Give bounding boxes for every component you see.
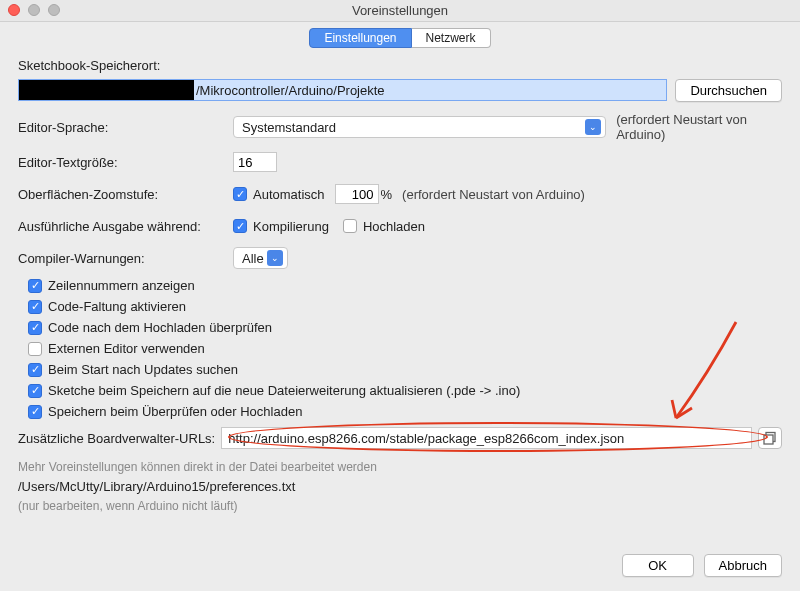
zoom-auto-checkbox[interactable]: ✓ Automatisch xyxy=(233,187,325,202)
tab-bar: Einstellungen Netzwerk xyxy=(0,22,800,52)
sketchbook-path-input[interactable]: /Mikrocontroller/Arduino/Projekte xyxy=(18,79,667,101)
warnings-value: Alle xyxy=(242,251,264,266)
maximize-icon[interactable] xyxy=(48,4,60,16)
redacted-path-segment xyxy=(19,80,194,100)
window-stack-icon xyxy=(763,431,777,445)
checkmark-icon: ✓ xyxy=(28,405,42,419)
tab-network[interactable]: Netzwerk xyxy=(412,28,491,48)
language-select[interactable]: Systemstandard ⌄ xyxy=(233,116,606,138)
checkmark-icon: ✓ xyxy=(28,300,42,314)
zoom-label: Oberflächen-Zoomstufe: xyxy=(18,187,233,202)
cancel-button[interactable]: Abbruch xyxy=(704,554,782,577)
checkbox-external-editor[interactable]: Externen Editor verwenden xyxy=(28,341,782,356)
checkbox-line-numbers[interactable]: ✓ Zeilennummern anzeigen xyxy=(28,278,782,293)
checkmark-icon: ✓ xyxy=(28,363,42,377)
window-controls xyxy=(8,4,60,16)
checkbox-check-updates[interactable]: ✓ Beim Start nach Updates suchen xyxy=(28,362,782,377)
warnings-select[interactable]: Alle ⌄ xyxy=(233,247,288,269)
board-urls-value: http://arduino.esp8266.com/stable/packag… xyxy=(228,431,624,446)
zoom-auto-label: Automatisch xyxy=(253,187,325,202)
chevron-down-icon: ⌄ xyxy=(585,119,601,135)
verbose-compile-label: Kompilierung xyxy=(253,219,329,234)
zoom-percent-input[interactable] xyxy=(335,184,379,204)
footer-more-text: Mehr Voreinstellungen können direkt in d… xyxy=(18,457,782,477)
checkmark-icon: ✓ xyxy=(233,187,247,201)
sketchbook-path-value: /Mikrocontroller/Arduino/Projekte xyxy=(194,83,385,98)
verbose-label: Ausführliche Ausgabe während: xyxy=(18,219,233,234)
zoom-restart-note: (erfordert Neustart von Arduino) xyxy=(402,187,585,202)
language-value: Systemstandard xyxy=(242,120,336,135)
checkmark-icon: ✓ xyxy=(233,219,247,233)
tab-settings[interactable]: Einstellungen xyxy=(309,28,411,48)
window-title: Voreinstellungen xyxy=(352,3,448,18)
checkmark-icon: ✓ xyxy=(28,384,42,398)
fontsize-label: Editor-Textgröße: xyxy=(18,155,233,170)
language-label: Editor-Sprache: xyxy=(18,120,233,135)
footer-prefs-path: /Users/McUtty/Library/Arduino15/preferen… xyxy=(18,479,782,494)
verbose-upload-label: Hochladen xyxy=(363,219,425,234)
expand-urls-button[interactable] xyxy=(758,427,782,449)
verbose-upload-checkbox[interactable]: Hochladen xyxy=(343,219,425,234)
board-urls-label: Zusätzliche Boardverwalter-URLs: xyxy=(18,431,215,446)
footer-edit-note: (nur bearbeiten, wenn Arduino nicht läuf… xyxy=(18,496,782,516)
sketchbook-label: Sketchbook-Speicherort: xyxy=(18,58,782,73)
checkbox-verify-after-upload[interactable]: ✓ Code nach dem Hochladen überprüfen xyxy=(28,320,782,335)
language-restart-note: (erfordert Neustart von Arduino) xyxy=(616,112,782,142)
browse-button[interactable]: Durchsuchen xyxy=(675,79,782,102)
checkbox-code-folding[interactable]: ✓ Code-Faltung aktivieren xyxy=(28,299,782,314)
minimize-icon[interactable] xyxy=(28,4,40,16)
checkmark-icon: ✓ xyxy=(28,279,42,293)
verbose-compile-checkbox[interactable]: ✓ Kompilierung xyxy=(233,219,329,234)
close-icon[interactable] xyxy=(8,4,20,16)
ok-button[interactable]: OK xyxy=(622,554,694,577)
titlebar: Voreinstellungen xyxy=(0,0,800,22)
warnings-label: Compiler-Warnungen: xyxy=(18,251,233,266)
dialog-buttons: OK Abbruch xyxy=(0,544,800,591)
checkbox-update-extension[interactable]: ✓ Sketche beim Speichern auf die neue Da… xyxy=(28,383,782,398)
chevron-down-icon: ⌄ xyxy=(267,250,283,266)
svg-rect-1 xyxy=(764,435,773,444)
checkbox-save-on-verify[interactable]: ✓ Speichern beim Überprüfen oder Hochlad… xyxy=(28,404,782,419)
fontsize-input[interactable] xyxy=(233,152,277,172)
checkbox-empty-icon xyxy=(343,219,357,233)
zoom-percent-suffix: % xyxy=(381,187,393,202)
board-urls-input[interactable]: http://arduino.esp8266.com/stable/packag… xyxy=(221,427,752,449)
checkmark-icon: ✓ xyxy=(28,321,42,335)
checkbox-empty-icon xyxy=(28,342,42,356)
